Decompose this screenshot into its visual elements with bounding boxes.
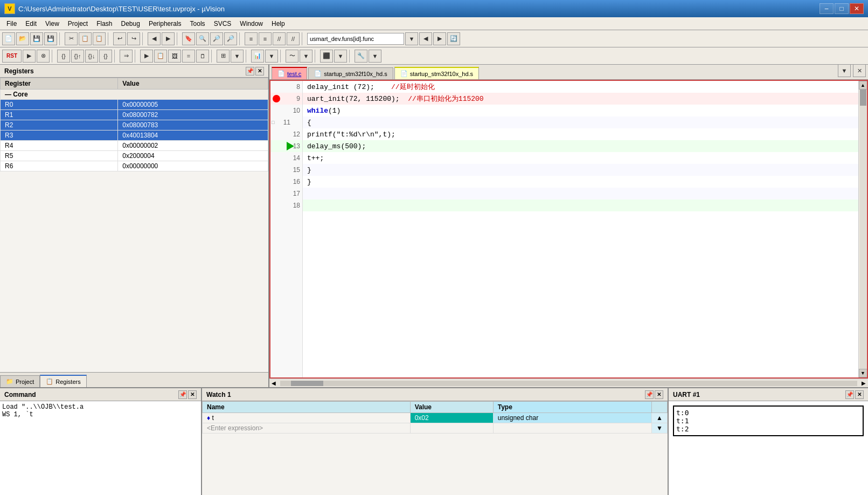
open-btn[interactable]: 📂 [16,32,29,45]
new-file-btn[interactable]: 📄 [2,32,15,45]
panel-close-button[interactable]: ✕ [255,67,264,75]
tabs-menu-btn[interactable]: ▼ [838,64,851,77]
watch-content[interactable]: Name Value Type ♦ t 0x02 unsigned char [202,401,668,495]
braces1-btn[interactable]: {} [57,50,70,63]
tab-registers[interactable]: 📋 Registers [40,375,86,387]
uart-pin-btn[interactable]: 📌 [845,390,854,399]
arrow-btn[interactable]: ⇒ [120,50,133,63]
uart-close-btn[interactable]: ✕ [855,390,864,399]
stop-btn[interactable]: ⊗ [37,50,50,63]
paste-btn[interactable]: 📋 [93,32,106,45]
grid2-btn[interactable]: ▼ [231,50,244,63]
cmd3-btn[interactable]: 🖼 [168,50,181,63]
sort-btn[interactable]: ≡ [245,32,258,45]
braces3-btn[interactable]: {}↓ [85,50,98,63]
menu-project[interactable]: Project [64,19,92,29]
search-go-btn[interactable]: ▼ [405,32,418,45]
back-btn[interactable]: ◀ [148,32,161,45]
forward-btn[interactable]: ▶ [162,32,175,45]
command-pin-btn[interactable]: 📌 [178,390,187,399]
braces4-btn[interactable]: {} [99,50,112,63]
table-row[interactable]: R0 0x00000005 [1,100,268,110]
watch-close-btn[interactable]: ✕ [655,390,663,399]
refresh-btn[interactable]: 🔄 [447,32,460,45]
menu-file[interactable]: File [2,19,21,29]
menu-help[interactable]: Help [267,19,289,29]
watch-pin-btn[interactable]: 📌 [645,390,654,399]
tab-startup1[interactable]: 📄 startup_stm32f10x_hd.s [308,67,393,79]
cut-btn[interactable]: ✂ [65,32,78,45]
tab-project[interactable]: 📁 Project [0,375,40,387]
uart-content[interactable]: t:0 t:1 t:2 [669,401,868,495]
chip-btn[interactable]: ⬛ [320,50,333,63]
cmd-btn[interactable]: ▶ [140,50,153,63]
cmd4-btn[interactable]: = [182,50,195,63]
table-row[interactable]: R5 0x2000004 [1,151,268,161]
menu-debug[interactable]: Debug [117,19,144,29]
undo-btn[interactable]: ↩ [113,32,126,45]
command-close-btn[interactable]: ✕ [188,390,197,399]
find2-btn[interactable]: 🔎 [210,32,223,45]
menu-svcs[interactable]: SVCS [210,19,236,29]
tabs-close-btn[interactable]: ✕ [853,64,866,77]
table-row[interactable]: R6 0x00000000 [1,161,268,171]
menu-window[interactable]: Window [235,19,267,29]
code-hscroll[interactable]: ◀ ▶ [269,379,868,387]
maximize-button[interactable]: □ [835,3,849,14]
table-row[interactable]: R2 0x08000783 [1,120,268,130]
menu-flash[interactable]: Flash [92,19,116,29]
vscroll-track[interactable] [860,90,866,369]
menu-tools[interactable]: Tools [186,19,210,29]
vscroll-down[interactable]: ▼ [859,369,867,377]
table-row[interactable]: ♦ t 0x02 unsigned char ▲ [203,413,668,423]
code-content[interactable]: delay_init (72); //延时初始化 uart_init(72, 1… [303,81,858,377]
braces2-btn[interactable]: {}↑ [71,50,84,63]
save-all-btn[interactable]: 💾 [44,32,57,45]
find-btn[interactable]: 🔍 [196,32,209,45]
table-row[interactable]: R3 0x40013804 [1,130,268,141]
find3-btn[interactable]: 🔎 [224,32,237,45]
watch-enter-expr[interactable]: <Enter expression> [203,423,411,434]
command-output[interactable]: Load "..\\OJB\\test.a WS 1, `t [0,401,201,495]
hscroll-thumb[interactable] [291,381,323,386]
wave2-btn[interactable]: ▼ [300,50,313,63]
hscroll-right-btn[interactable]: ▶ [859,380,868,386]
cmd5-btn[interactable]: 🗒 [196,50,209,63]
tab-startup2[interactable]: 📄 startup_stm32f10x_hd.s [394,67,479,79]
menu-peripherals[interactable]: Peripherals [144,19,186,29]
sort2-btn[interactable]: ≡ [259,32,272,45]
table-row[interactable]: R4 0x00000002 [1,141,268,151]
code-vscroll[interactable]: ▲ ▼ [858,81,867,377]
close-button[interactable]: ✕ [850,3,864,14]
prev-func-btn[interactable]: ◀ [419,32,432,45]
save-btn[interactable]: 💾 [30,32,43,45]
trace2-btn[interactable]: ▼ [265,50,278,63]
menu-edit[interactable]: Edit [21,19,41,29]
trace-btn[interactable]: 📊 [251,50,264,63]
next-func-btn[interactable]: ▶ [433,32,446,45]
tools-btn[interactable]: 🔧 [355,50,367,63]
hscroll-track[interactable] [280,381,857,386]
cmd2-btn[interactable]: 📋 [154,50,167,63]
rst-btn[interactable]: RST [2,50,22,63]
vscroll-thumb[interactable] [860,90,866,106]
indent-btn[interactable]: // [273,32,286,45]
copy-btn[interactable]: 📋 [79,32,92,45]
minimize-button[interactable]: – [820,3,834,14]
function-search-input[interactable] [307,33,404,45]
table-row[interactable]: R1 0x08000782 [1,110,268,120]
grid-btn[interactable]: ⊞ [217,50,230,63]
pin-button[interactable]: 📌 [246,67,254,75]
hscroll-left-btn[interactable]: ◀ [269,380,278,386]
bookmark-btn[interactable]: 🔖 [182,32,195,45]
debug-btn[interactable]: ▶ [23,50,36,63]
tab-test-c[interactable]: 📄 test.c [272,67,307,79]
indent2-btn[interactable]: // [287,32,300,45]
redo-btn[interactable]: ↪ [127,32,140,45]
vscroll-up[interactable]: ▲ [859,81,867,90]
menu-view[interactable]: View [41,19,64,29]
table-row[interactable]: <Enter expression> ▼ [203,423,668,434]
wave-btn[interactable]: 〜 [286,50,298,63]
tools2-btn[interactable]: ▼ [369,50,381,63]
chip2-btn[interactable]: ▼ [334,50,347,63]
